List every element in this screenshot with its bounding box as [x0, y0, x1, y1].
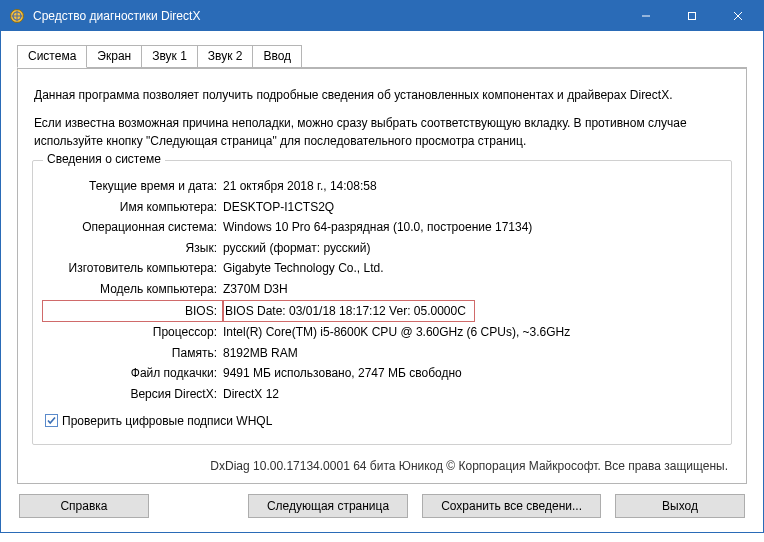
row-model: Модель компьютера: Z370M D3H	[43, 280, 721, 299]
value-model: Z370M D3H	[223, 280, 721, 299]
window-title: Средство диагностики DirectX	[33, 9, 623, 23]
row-bios: BIOS: BIOS Date: 03/01/18 18:17:12 Ver: …	[43, 301, 721, 322]
description-p1: Данная программа позволяет получить подр…	[34, 86, 730, 104]
button-spacer	[149, 494, 248, 518]
next-page-button[interactable]: Следующая страница	[248, 494, 408, 518]
sysinfo-legend: Сведения о системе	[43, 152, 165, 166]
value-datetime: 21 октября 2018 г., 14:08:58	[223, 177, 721, 196]
value-lang: русский (формат: русский)	[223, 239, 721, 258]
label-os: Операционная система:	[43, 218, 223, 237]
tab-display[interactable]: Экран	[86, 45, 142, 67]
value-pagefile: 9491 МБ использовано, 2747 МБ свободно	[223, 364, 721, 383]
description: Данная программа позволяет получить подр…	[34, 86, 730, 150]
label-lang: Язык:	[43, 239, 223, 258]
label-pcname: Имя компьютера:	[43, 198, 223, 217]
client-area: Система Экран Звук 1 Звук 2 Ввод Данная …	[1, 31, 763, 532]
label-datetime: Текущие время и дата:	[43, 177, 223, 196]
window: Средство диагностики DirectX Система Экр…	[0, 0, 764, 533]
whql-check-row: Проверить цифровые подписи WHQL	[45, 414, 719, 428]
exit-button[interactable]: Выход	[615, 494, 745, 518]
whql-checkbox-label[interactable]: Проверить цифровые подписи WHQL	[62, 414, 272, 428]
tab-sound2[interactable]: Звук 2	[197, 45, 254, 67]
titlebar: Средство диагностики DirectX	[1, 1, 763, 31]
label-cpu: Процессор:	[43, 323, 223, 342]
value-manufacturer: Gigabyte Technology Co., Ltd.	[223, 259, 721, 278]
tabstrip: Система Экран Звук 1 Звук 2 Ввод	[17, 45, 747, 67]
maximize-button[interactable]	[669, 1, 715, 31]
footer-text: DxDiag 10.00.17134.0001 64 бита Юникод ©…	[30, 453, 734, 473]
label-dxver: Версия DirectX:	[43, 385, 223, 404]
sysinfo-group: Сведения о системе Текущие время и дата:…	[32, 160, 732, 445]
button-bar: Справка Следующая страница Сохранить все…	[17, 494, 747, 518]
value-pcname: DESKTOP-I1CTS2Q	[223, 198, 721, 217]
row-os: Операционная система: Windows 10 Pro 64-…	[43, 218, 721, 237]
label-pagefile: Файл подкачки:	[43, 364, 223, 383]
tab-system[interactable]: Система	[17, 45, 87, 68]
value-ram: 8192MB RAM	[223, 344, 721, 363]
whql-checkbox[interactable]	[45, 414, 58, 427]
svg-rect-5	[689, 13, 696, 20]
row-cpu: Процессор: Intel(R) Core(TM) i5-8600K CP…	[43, 323, 721, 342]
label-manufacturer: Изготовитель компьютера:	[43, 259, 223, 278]
row-ram: Память: 8192MB RAM	[43, 344, 721, 363]
row-pcname: Имя компьютера: DESKTOP-I1CTS2Q	[43, 198, 721, 217]
row-datetime: Текущие время и дата: 21 октября 2018 г.…	[43, 177, 721, 196]
value-os: Windows 10 Pro 64-разрядная (10.0, постр…	[223, 218, 721, 237]
row-dxver: Версия DirectX: DirectX 12	[43, 385, 721, 404]
row-lang: Язык: русский (формат: русский)	[43, 239, 721, 258]
window-controls	[623, 1, 761, 31]
tab-sound1[interactable]: Звук 1	[141, 45, 198, 67]
close-button[interactable]	[715, 1, 761, 31]
description-p2: Если известна возможная причина неполадк…	[34, 114, 730, 150]
value-dxver: DirectX 12	[223, 385, 721, 404]
minimize-button[interactable]	[623, 1, 669, 31]
row-manufacturer: Изготовитель компьютера: Gigabyte Techno…	[43, 259, 721, 278]
row-pagefile: Файл подкачки: 9491 МБ использовано, 274…	[43, 364, 721, 383]
save-all-button[interactable]: Сохранить все сведени...	[422, 494, 601, 518]
label-model: Модель компьютера:	[43, 280, 223, 299]
value-cpu: Intel(R) Core(TM) i5-8600K CPU @ 3.60GHz…	[223, 323, 721, 342]
value-bios: BIOS Date: 03/01/18 18:17:12 Ver: 05.000…	[223, 301, 721, 322]
tab-input[interactable]: Ввод	[252, 45, 302, 67]
label-ram: Память:	[43, 344, 223, 363]
label-bios: BIOS:	[43, 301, 223, 322]
help-button[interactable]: Справка	[19, 494, 149, 518]
tab-panel: Данная программа позволяет получить подр…	[17, 67, 747, 484]
app-icon	[9, 8, 25, 24]
